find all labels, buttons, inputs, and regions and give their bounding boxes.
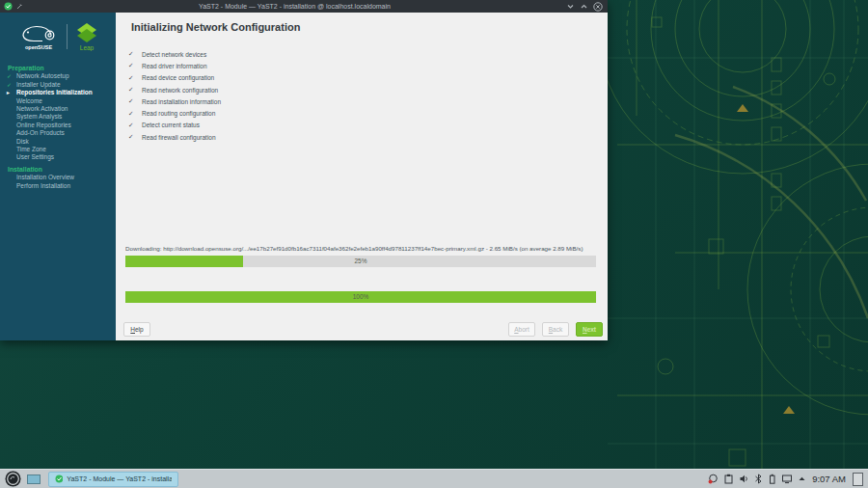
help-button[interactable]: Help [123, 322, 150, 337]
task-row: ✓Read driver information [128, 60, 598, 71]
progress-label: 25% [125, 256, 596, 267]
task-title: YaST2 - Module — YaST2 - installat... [67, 475, 172, 482]
svg-text:openSUSE: openSUSE [24, 44, 51, 50]
installer-steps: Preparation ✓Network Autosetup ✓Installe… [0, 53, 116, 190]
virtual-desktop-pager[interactable] [27, 474, 41, 484]
check-icon: ✓ [128, 50, 142, 58]
sidebar-step-installer-update: ✓Installer Update [4, 81, 112, 89]
close-icon[interactable] [593, 2, 603, 12]
clock[interactable]: 9:07 AM [812, 474, 846, 484]
sidebar-step-add-on-products: Add-On Products [4, 129, 112, 137]
sidebar-step-time-zone: Time Zone [4, 146, 112, 153]
application-menu-button[interactable] [5, 471, 21, 487]
show-desktop-button[interactable] [853, 473, 863, 486]
current-arrow-icon: ▸ [7, 89, 10, 96]
display-icon[interactable] [781, 474, 793, 484]
taskbar-task-yast[interactable]: YaST2 - Module — YaST2 - installat... [48, 472, 178, 487]
section-header: Preparation [4, 65, 112, 72]
total-progress-bar: 100% [125, 291, 596, 303]
brand-divider [67, 24, 68, 49]
check-icon: ✓ [7, 72, 12, 80]
system-tray [708, 474, 806, 484]
sidebar-step-user-settings: User Settings [4, 153, 112, 161]
sidebar-step-system-analysis: System Analysis [4, 113, 112, 121]
task-row: ✓Detect network devices [128, 48, 598, 60]
sidebar-step-installation-overview: Installation Overview [4, 174, 112, 181]
check-icon: ✓ [128, 110, 142, 118]
section-header: Installation [4, 166, 112, 174]
opensuse-logo: openSUSE [16, 22, 61, 51]
maximize-icon[interactable] [580, 2, 588, 11]
check-icon: ✓ [128, 122, 142, 129]
progress-label: 100% [125, 291, 596, 303]
download-status: Downloading: http://download.opensuse.or… [125, 245, 598, 252]
sidebar-step-perform-installation: Perform Installation [4, 182, 112, 190]
yast-window-icon [4, 2, 13, 11]
sidebar-step-welcome: Welcome [4, 97, 112, 105]
check-icon: ✓ [128, 97, 142, 105]
clipboard-icon[interactable] [723, 474, 734, 484]
task-row: ✓Read firewall configuration [128, 131, 598, 143]
page-title: Initializing Network Configuration [131, 21, 300, 33]
check-icon: ✓ [128, 62, 142, 69]
download-progress-bar: 25% [125, 256, 596, 267]
sidebar-step-online-repositories: Online Repositories [4, 122, 112, 129]
check-icon: ✓ [128, 86, 142, 94]
task-row: ✓Read installation information [128, 95, 598, 107]
task-list: ✓Detect network devices ✓Read driver inf… [128, 48, 598, 143]
abort-button[interactable]: Abort [508, 322, 535, 337]
sidebar-step-network-autosetup: ✓Network Autosetup [4, 72, 112, 80]
back-button[interactable]: Back [542, 322, 569, 337]
check-icon: ✓ [128, 74, 142, 82]
desktop: YaST2 - Module — YaST2 - installation @ … [0, 0, 868, 488]
bluetooth-icon[interactable] [754, 474, 763, 484]
task-row: ✓Read routing configuration [128, 107, 598, 119]
pin-icon[interactable] [15, 3, 23, 11]
check-icon: ✓ [128, 133, 142, 141]
notifications-icon[interactable] [708, 474, 719, 484]
installer-sidebar: openSUSE Leap Preparation ✓Network Autos… [0, 13, 116, 340]
taskbar: YaST2 - Module — YaST2 - installat... 9:… [0, 469, 868, 488]
sidebar-step-repositories-initialization: ▸Repositories Initialization [4, 89, 112, 96]
task-row: ✓Read network configuration [128, 84, 598, 95]
battery-icon[interactable] [768, 474, 776, 484]
window-title: YaST2 - Module — YaST2 - installation @ … [23, 3, 566, 10]
leap-logo: Leap [73, 22, 100, 51]
wizard-buttons: Help Abort Back Next [123, 322, 603, 337]
main-content: Initializing Network Configuration ✓Dete… [116, 13, 608, 340]
task-row: ✓Detect current status [128, 120, 598, 131]
tray-expand-caret-icon[interactable] [798, 474, 806, 483]
next-button[interactable]: Next [576, 322, 603, 337]
task-row: ✓Read device configuration [128, 72, 598, 84]
window-titlebar[interactable]: YaST2 - Module — YaST2 - installation @ … [0, 0, 608, 13]
volume-icon[interactable] [739, 474, 749, 484]
sidebar-step-disk: Disk [4, 138, 112, 146]
check-icon: ✓ [7, 81, 12, 89]
sidebar-step-network-activation: Network Activation [4, 105, 112, 113]
svg-text:Leap: Leap [79, 44, 94, 51]
yast-window: YaST2 - Module — YaST2 - installation @ … [0, 0, 608, 340]
yast-task-icon [55, 474, 63, 483]
minimize-icon[interactable] [566, 2, 575, 11]
